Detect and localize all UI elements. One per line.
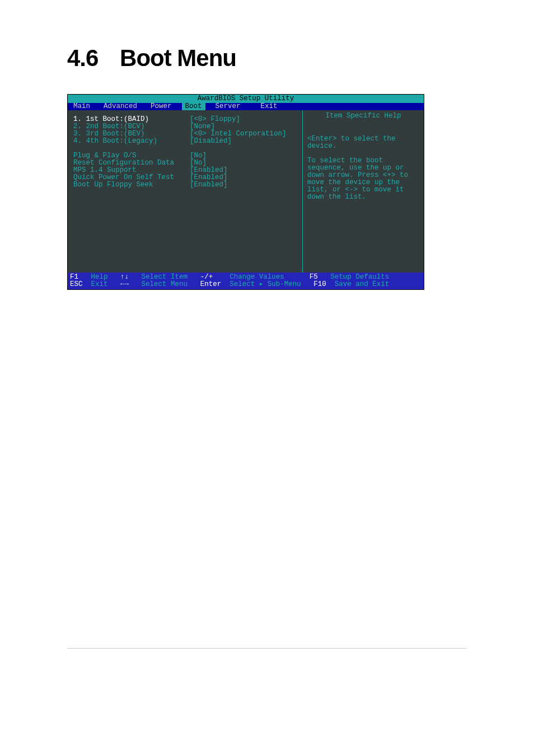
menu-power[interactable]: Power [147, 103, 175, 110]
footer-key: Enter [200, 280, 222, 288]
footer-key: ESC [70, 280, 83, 288]
page-footer-rule [67, 648, 467, 649]
footer-key: ←→ [120, 280, 129, 288]
footer-key: -/+ [200, 273, 213, 281]
option-row[interactable]: Boot Up Floppy Seek [Enabled] [73, 181, 302, 189]
section-title: Boot Menu [120, 45, 236, 71]
footer-action: Select Item [142, 273, 188, 281]
footer-action: Change Values [229, 273, 284, 281]
section-heading: 4.6 Boot Menu [67, 45, 467, 72]
footer-action: Help [91, 273, 108, 281]
setting-value: [Enabled] [190, 181, 302, 189]
help-title: Item Specific Help [307, 112, 419, 120]
setting-label: 4. 4th Boot:(Legacy) [73, 138, 190, 145]
settings-pane: 1. 1st Boot:(BAID) [<0> Floppy] 2. 2nd B… [68, 110, 303, 273]
menu-advanced[interactable]: Advanced [100, 103, 140, 110]
setting-value: [Disabled] [190, 138, 302, 145]
bios-menu-bar: Main Advanced Power Boot Server Exit [68, 103, 424, 110]
footer-key: ↑↓ [120, 273, 129, 281]
bios-footer: F1 Help ↑↓ Select Item -/+ Change Values… [68, 273, 424, 289]
help-body: <Enter> to select the device. To select … [307, 135, 419, 201]
help-pane: Item Specific Help <Enter> to select the… [303, 110, 424, 273]
footer-action: Save and Exit [335, 280, 390, 288]
footer-key: F10 [313, 280, 326, 288]
menu-exit[interactable]: Exit [257, 103, 281, 110]
bios-window: AwardBIOS Setup Utility Main Advanced Po… [67, 94, 424, 290]
boot-order-row[interactable]: 4. 4th Boot:(Legacy) [Disabled] [73, 138, 302, 145]
bios-title-bar: AwardBIOS Setup Utility [68, 95, 424, 103]
footer-key: F5 [310, 273, 318, 281]
footer-action: Exit [91, 280, 108, 288]
section-number: 4.6 [67, 45, 98, 71]
footer-action: Select Menu [142, 280, 188, 288]
menu-main[interactable]: Main [70, 103, 93, 110]
footer-action: Select ▸ Sub-Menu [229, 280, 301, 288]
setting-value: [No] [190, 152, 302, 159]
menu-boot[interactable]: Boot [182, 103, 205, 110]
footer-action: Setup Defaults [330, 273, 389, 281]
footer-key: F1 [70, 273, 78, 281]
menu-server[interactable]: Server [212, 103, 244, 110]
setting-label: Boot Up Floppy Seek [73, 181, 190, 189]
